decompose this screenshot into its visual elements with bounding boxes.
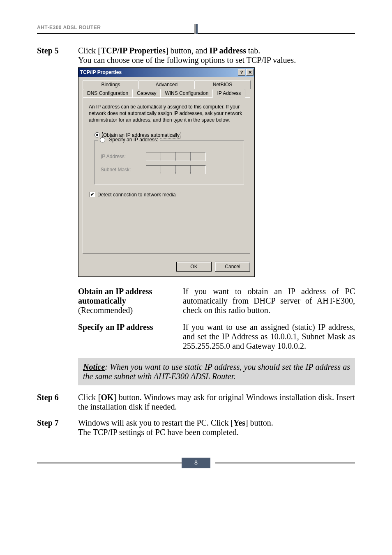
option2-desc: If you want to use an assigned (static) … <box>183 322 355 351</box>
specify-groupbox: Specify an IP address: IP Address: Subne… <box>95 140 244 184</box>
step5-body: Click [TCP/IP Properties] button, and IP… <box>78 46 355 65</box>
subnet-row: Subnet Mask: <box>101 165 238 174</box>
option-specify: Specify an IP address If you want to use… <box>78 322 355 351</box>
tab-gateway[interactable]: Gateway <box>132 89 161 97</box>
notice-text: : When you want to use static IP address… <box>83 362 350 381</box>
detect-label: Detect connection to network media <box>97 192 176 198</box>
ok-button[interactable]: OK <box>176 262 212 272</box>
tab-advanced[interactable]: Advanced <box>138 80 195 89</box>
tab-wins[interactable]: WINS Configuration <box>160 89 213 97</box>
dialog-wrap: TCP/IP Properties ? ✕ Bindings Advanced … <box>78 67 355 277</box>
step5-label: Step 5 <box>37 46 78 55</box>
step7-row: Step 7 Windows will ask you to restart t… <box>37 418 355 437</box>
radio-specify[interactable]: Specify an IP address: <box>98 137 160 143</box>
footer-line <box>37 463 182 463</box>
option-obtain-auto: Obtain an IP address automatically (Reco… <box>78 287 355 315</box>
tab-panel: An IP address can be automatically assig… <box>83 97 250 253</box>
close-button[interactable]: ✕ <box>246 69 254 76</box>
radio-specify-label: Specify an IP address: <box>109 137 158 143</box>
notice-label: Notice <box>83 362 105 371</box>
notice-box: Notice: When you want to use static IP a… <box>78 358 355 385</box>
step7-body: Windows will ask you to restart the PC. … <box>78 418 355 437</box>
tabs-front-row: DNS Configuration Gateway WINS Configura… <box>83 89 250 97</box>
page-footer: 8 <box>37 458 355 468</box>
step5-row: Step 5 Click [TCP/IP Properties] button,… <box>37 46 355 65</box>
ip-address-label: IP Address: <box>101 154 146 159</box>
page-number: 8 <box>182 458 210 468</box>
option2-title: Specify an IP address <box>78 322 183 351</box>
cancel-button[interactable]: Cancel <box>215 262 250 272</box>
step6-row: Step 6 Click [OK] button. Windows may as… <box>37 393 355 412</box>
ip-address-input[interactable] <box>146 152 206 161</box>
footer-line <box>215 463 355 463</box>
subnet-label: Subnet Mask: <box>101 167 146 173</box>
tab-dns[interactable]: DNS Configuration <box>83 89 133 97</box>
dialog-body: Bindings Advanced NetBIOS DNS Configurat… <box>78 77 254 258</box>
tab-ip-address[interactable]: IP Address <box>212 89 245 98</box>
help-icon: ? <box>240 70 243 75</box>
tab-bindings[interactable]: Bindings <box>83 80 139 89</box>
ip-address-row: IP Address: <box>101 152 238 161</box>
dialog-title: TCP/IP Properties <box>80 69 237 75</box>
dialog-buttons: OK Cancel <box>78 258 254 276</box>
step6-body: Click [OK] button. Windows may ask for o… <box>78 393 355 412</box>
option1-desc: If you want to obtain an IP address of P… <box>183 287 355 315</box>
tab-netbios[interactable]: NetBIOS <box>194 80 251 89</box>
header-ornament <box>194 24 198 34</box>
tcpip-properties-dialog: TCP/IP Properties ? ✕ Bindings Advanced … <box>78 67 255 277</box>
page-header: AHT-E300 ADSL ROUTER <box>37 25 355 34</box>
step6-label: Step 6 <box>37 393 78 402</box>
tabs-back-row: Bindings Advanced NetBIOS <box>83 80 250 89</box>
header-title: AHT-E300 ADSL ROUTER <box>37 25 101 30</box>
dialog-description: An IP address can be automatically assig… <box>89 104 244 124</box>
close-icon: ✕ <box>248 70 252 75</box>
subnet-input[interactable] <box>146 165 206 174</box>
detect-connection-checkbox[interactable]: ✔ Detect connection to network media <box>90 192 244 198</box>
dialog-titlebar: TCP/IP Properties ? ✕ <box>78 68 254 77</box>
radio-icon <box>100 137 105 143</box>
help-button[interactable]: ? <box>238 69 245 76</box>
option1-title: Obtain an IP address automatically (Reco… <box>78 287 183 315</box>
step7-label: Step 7 <box>37 418 78 428</box>
checkbox-icon: ✔ <box>90 192 95 197</box>
